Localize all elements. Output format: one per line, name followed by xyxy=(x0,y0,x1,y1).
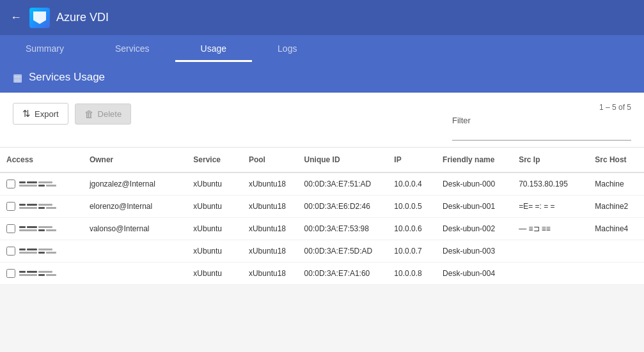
cell-srcip-0: 70.153.80.195 xyxy=(512,172,588,195)
col-header-srchost: Src Host xyxy=(588,148,644,172)
cell-ip-0: 10.0.0.4 xyxy=(388,172,436,195)
access-bars-0 xyxy=(19,181,56,187)
app-title: Azure VDI xyxy=(56,11,109,24)
cell-friendlyname-4: Desk-ubun-004 xyxy=(436,263,512,285)
tab-services[interactable]: Services xyxy=(90,35,175,62)
cell-srchost-2: Machine4 xyxy=(588,218,644,240)
cell-service-4: xUbuntu xyxy=(187,263,242,285)
main-content: ▦ Services Usage ⇅ Export 🗑 Delete 1 – 5… xyxy=(0,62,644,352)
export-button[interactable]: ⇅ Export xyxy=(13,103,68,125)
row-checkbox-4[interactable] xyxy=(6,269,15,278)
filter-label: Filter xyxy=(452,116,471,125)
col-header-pool: Pool xyxy=(242,148,298,172)
cell-service-1: xUbuntu xyxy=(187,195,242,218)
cell-srcip-2: — ≡⊐ ≡≡ xyxy=(512,218,588,240)
access-bars-1 xyxy=(19,204,56,209)
cell-friendlyname-3: Desk-ubun-003 xyxy=(436,240,512,263)
cell-service-0: xUbuntu xyxy=(187,172,242,195)
services-table: Access Owner Service Pool Unique ID IP F… xyxy=(0,148,644,285)
cell-service-2: xUbuntu xyxy=(187,218,242,240)
cell-friendlyname-1: Desk-ubun-001 xyxy=(436,195,512,218)
cell-uniqueid-2: 00:0D:3A:E7:53:98 xyxy=(298,218,388,240)
cell-ip-2: 10.0.0.6 xyxy=(388,218,436,240)
col-header-access: Access xyxy=(0,148,83,172)
cell-pool-3: xUbuntu18 xyxy=(242,240,298,263)
table-container: Access Owner Service Pool Unique ID IP F… xyxy=(0,148,644,285)
cell-owner-1: elorenzo@Internal xyxy=(83,195,187,218)
row-checkbox-1[interactable] xyxy=(6,202,15,211)
cell-pool-1: xUbuntu18 xyxy=(242,195,298,218)
cell-friendlyname-0: Desk-ubun-000 xyxy=(436,172,512,195)
col-header-srcip: Src Ip xyxy=(512,148,588,172)
cell-service-3: xUbuntu xyxy=(187,240,242,263)
table-header-row: Access Owner Service Pool Unique ID IP F… xyxy=(0,148,644,172)
tab-summary[interactable]: Summary xyxy=(0,35,90,62)
table-row: xUbuntuxUbuntu1800:0D:3A:E7:5D:AD10.0.0.… xyxy=(0,240,644,263)
cell-uniqueid-3: 00:0D:3A:E7:5D:AD xyxy=(298,240,388,263)
col-header-ip: IP xyxy=(388,148,436,172)
cell-ip-3: 10.0.0.7 xyxy=(388,240,436,263)
cell-pool-0: xUbuntu18 xyxy=(242,172,298,195)
col-header-friendlyname: Friendly name xyxy=(436,148,512,172)
cell-srchost-1: Machine2 xyxy=(588,195,644,218)
back-button[interactable]: ← xyxy=(10,11,22,24)
services-usage-icon: ▦ xyxy=(13,72,22,84)
export-label: Export xyxy=(35,109,59,119)
cell-srchost-0: Machine xyxy=(588,172,644,195)
col-header-owner: Owner xyxy=(83,148,187,172)
cell-uniqueid-0: 00:0D:3A:E7:51:AD xyxy=(298,172,388,195)
delete-label: Delete xyxy=(98,109,122,119)
cell-pool-2: xUbuntu18 xyxy=(242,218,298,240)
cell-owner-4 xyxy=(83,263,187,285)
row-checkbox-3[interactable] xyxy=(6,247,15,256)
export-icon: ⇅ xyxy=(22,108,31,119)
delete-icon: 🗑 xyxy=(84,109,94,119)
table-row: elorenzo@InternalxUbuntuxUbuntu1800:0D:3… xyxy=(0,195,644,218)
pagination-text: 1 – 5 of 5 xyxy=(599,103,631,112)
cell-srcip-4 xyxy=(512,263,588,285)
cell-srcip-3 xyxy=(512,240,588,263)
section-title: Services Usage xyxy=(29,71,105,84)
cell-owner-0: jgonzalez@Internal xyxy=(83,172,187,195)
filter-input[interactable] xyxy=(452,128,631,141)
cell-srchost-4 xyxy=(588,263,644,285)
cell-srchost-3 xyxy=(588,240,644,263)
toolbar-left: ⇅ Export 🗑 Delete xyxy=(13,103,452,125)
tab-logs[interactable]: Logs xyxy=(252,35,322,62)
nav-tabs: Summary Services Usage Logs xyxy=(0,35,644,62)
section-header: ▦ Services Usage xyxy=(0,62,644,93)
tab-usage[interactable]: Usage xyxy=(175,35,252,62)
access-bars-3 xyxy=(19,249,56,254)
table-body: jgonzalez@InternalxUbuntuxUbuntu1800:0D:… xyxy=(0,172,644,285)
cell-uniqueid-4: 00:0D:3A:E7:A1:60 xyxy=(298,263,388,285)
cell-ip-1: 10.0.0.5 xyxy=(388,195,436,218)
delete-button[interactable]: 🗑 Delete xyxy=(75,103,132,125)
cell-pool-4: xUbuntu18 xyxy=(242,263,298,285)
cell-owner-2: valonso@Internal xyxy=(83,218,187,240)
access-bars-4 xyxy=(19,271,56,276)
row-checkbox-2[interactable] xyxy=(6,224,15,233)
cell-ip-4: 10.0.0.8 xyxy=(388,263,436,285)
cell-friendlyname-2: Desk-ubun-002 xyxy=(436,218,512,240)
access-bars-2 xyxy=(19,226,56,231)
top-header: ← Azure VDI xyxy=(0,0,644,35)
col-header-service: Service xyxy=(187,148,242,172)
toolbar: ⇅ Export 🗑 Delete 1 – 5 of 5 Filter xyxy=(0,93,644,148)
row-checkbox-0[interactable] xyxy=(6,180,15,188)
table-row: xUbuntuxUbuntu1800:0D:3A:E7:A1:6010.0.0.… xyxy=(0,263,644,285)
table-row: jgonzalez@InternalxUbuntuxUbuntu1800:0D:… xyxy=(0,172,644,195)
col-header-uniqueid: Unique ID xyxy=(298,148,388,172)
cell-owner-3 xyxy=(83,240,187,263)
table-row: valonso@InternalxUbuntuxUbuntu1800:0D:3A… xyxy=(0,218,644,240)
cell-srcip-1: =E= =: = = xyxy=(512,195,588,218)
app-icon xyxy=(29,8,50,28)
cell-uniqueid-1: 00:0D:3A:E6:D2:46 xyxy=(298,195,388,218)
toolbar-right: 1 – 5 of 5 Filter xyxy=(452,103,631,141)
